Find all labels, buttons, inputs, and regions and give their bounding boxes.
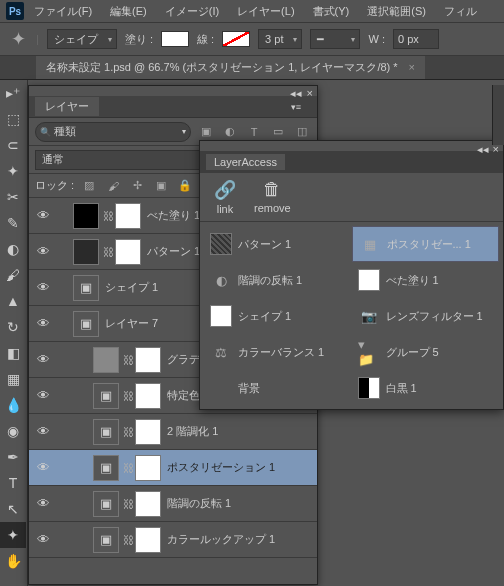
layer-filter-dropdown[interactable]: 種類 <box>35 122 191 142</box>
link-icon: ⛓ <box>101 246 115 258</box>
options-bar: ✦ | シェイプ 塗り : 線 : 3 pt ━ W : <box>0 22 504 56</box>
crop-tool[interactable]: ✂ <box>0 184 26 210</box>
document-tab[interactable]: 名称未設定 1.psd @ 66.7% (ポスタリゼーション 1, レイヤーマス… <box>36 56 425 79</box>
access-item[interactable]: ▾📁グループ 5 <box>352 334 500 370</box>
fill-label: 塗り : <box>125 32 153 47</box>
item-label: べた塗り 1 <box>386 273 439 288</box>
path-tool[interactable]: ↖ <box>0 496 26 522</box>
shape-mode-dropdown[interactable]: シェイプ <box>47 29 117 49</box>
remove-button[interactable]: 🗑remove <box>254 179 291 215</box>
layer-name: 階調の反転 1 <box>163 496 313 511</box>
lock-position-icon[interactable]: ✢ <box>128 177 146 195</box>
filter-shape-icon[interactable]: ▭ <box>269 123 287 141</box>
pen-tool[interactable]: ✒ <box>0 444 26 470</box>
stroke-width[interactable]: 3 pt <box>258 29 302 49</box>
stroke-swatch[interactable] <box>222 31 250 47</box>
lasso-tool[interactable]: ⊂ <box>0 132 26 158</box>
stamp-tool[interactable]: ▲ <box>0 288 26 314</box>
mask-thumb <box>135 455 161 481</box>
close-icon[interactable]: × <box>408 61 414 73</box>
menu-select[interactable]: 選択範囲(S) <box>359 2 434 21</box>
visibility-icon[interactable]: 👁 <box>33 388 53 403</box>
mask-thumb <box>115 239 141 265</box>
access-item[interactable]: べた塗り 1 <box>352 262 500 298</box>
item-thumb <box>210 305 232 327</box>
layer-thumb: ▣ <box>73 311 99 337</box>
tab-title: 名称未設定 1.psd @ 66.7% (ポスタリゼーション 1, レイヤーマス… <box>46 61 398 73</box>
link-icon: 🔗 <box>214 179 236 201</box>
heal-tool[interactable]: ◐ <box>0 236 26 262</box>
type-tool[interactable]: T <box>0 470 26 496</box>
shape-tool[interactable]: ✦ <box>0 522 26 548</box>
layer-row[interactable]: 👁▣⛓階調の反転 1 <box>29 486 317 522</box>
fill-swatch[interactable] <box>161 31 189 47</box>
layeraccess-panel: ◂◂× LayerAccess 🔗link 🗑remove パターン 1◐階調の… <box>199 140 504 410</box>
width-input[interactable] <box>393 29 439 49</box>
wand-tool[interactable]: ✦ <box>0 158 26 184</box>
marquee-tool[interactable]: ⬚ <box>0 106 26 132</box>
layer-thumb: ▣ <box>93 383 119 409</box>
mask-thumb <box>135 491 161 517</box>
access-item[interactable]: ▦ポスタリゼー... 1 <box>352 226 500 262</box>
layers-tab[interactable]: レイヤー <box>35 97 99 116</box>
eyedropper-tool[interactable]: ✎ <box>0 210 26 236</box>
layer-row[interactable]: 👁▣⛓ポスタリゼーション 1 <box>29 450 317 486</box>
blur-tool[interactable]: 💧 <box>0 392 26 418</box>
visibility-icon[interactable]: 👁 <box>33 244 53 259</box>
layer-row[interactable]: 👁▣⛓2 階調化 1 <box>29 414 317 450</box>
visibility-icon[interactable]: 👁 <box>33 352 53 367</box>
layer-thumb: ▣ <box>93 419 119 445</box>
visibility-icon[interactable]: 👁 <box>33 460 53 475</box>
visibility-icon[interactable]: 👁 <box>33 532 53 547</box>
filter-type-icon[interactable]: T <box>245 123 263 141</box>
link-button[interactable]: 🔗link <box>214 179 236 215</box>
visibility-icon[interactable]: 👁 <box>33 496 53 511</box>
menu-layer[interactable]: レイヤー(L) <box>229 2 302 21</box>
menu-image[interactable]: イメージ(I) <box>157 2 227 21</box>
filter-smart-icon[interactable]: ◫ <box>293 123 311 141</box>
move-tool[interactable]: ▸⁺ <box>0 80 26 106</box>
visibility-icon[interactable]: 👁 <box>33 280 53 295</box>
stroke-style[interactable]: ━ <box>310 29 360 49</box>
panel-menu-icon[interactable]: ◂◂ <box>477 143 489 149</box>
panel-menu-icon[interactable]: ▾≡ <box>281 100 311 114</box>
access-item[interactable]: シェイプ 1 <box>204 298 352 334</box>
collapsed-panel[interactable] <box>492 85 504 145</box>
hand-tool[interactable]: ✋ <box>0 548 26 574</box>
lock-artboard-icon[interactable]: ▣ <box>152 177 170 195</box>
brush-tool[interactable]: 🖌 <box>0 262 26 288</box>
visibility-icon[interactable]: 👁 <box>33 208 53 223</box>
access-item[interactable]: ⚖カラーバランス 1 <box>204 334 352 370</box>
filter-adjust-icon[interactable]: ◐ <box>221 123 239 141</box>
history-brush-tool[interactable]: ↻ <box>0 314 26 340</box>
layeraccess-tab[interactable]: LayerAccess <box>206 154 285 170</box>
access-item[interactable]: 📷レンズフィルター 1 <box>352 298 500 334</box>
panel-menu-icon[interactable]: ◂◂ <box>290 87 302 95</box>
visibility-icon[interactable]: 👁 <box>33 316 53 331</box>
lock-image-icon[interactable]: 🖌 <box>104 177 122 195</box>
eraser-tool[interactable]: ◧ <box>0 340 26 366</box>
access-item[interactable]: 白黒 1 <box>352 370 500 406</box>
dodge-tool[interactable]: ◉ <box>0 418 26 444</box>
menu-edit[interactable]: 編集(E) <box>102 2 155 21</box>
access-item[interactable]: ◐階調の反転 1 <box>204 262 352 298</box>
visibility-icon[interactable]: 👁 <box>33 424 53 439</box>
access-item[interactable]: 背景 <box>204 370 352 406</box>
item-thumb <box>358 377 380 399</box>
document-tab-bar: 名称未設定 1.psd @ 66.7% (ポスタリゼーション 1, レイヤーマス… <box>0 56 504 80</box>
close-icon[interactable]: × <box>307 87 313 95</box>
layer-thumb: ▣ <box>93 491 119 517</box>
lock-transparent-icon[interactable]: ▨ <box>80 177 98 195</box>
filter-image-icon[interactable]: ▣ <box>197 123 215 141</box>
layer-thumb: ▣ <box>93 527 119 553</box>
item-thumb <box>358 269 380 291</box>
menu-filter[interactable]: フィル <box>436 2 485 21</box>
menu-file[interactable]: ファイル(F) <box>26 2 100 21</box>
item-icon: ▦ <box>359 237 381 252</box>
menu-type[interactable]: 書式(Y) <box>305 2 358 21</box>
access-item[interactable]: パターン 1 <box>204 226 352 262</box>
link-icon: ⛓ <box>121 534 135 546</box>
gradient-tool[interactable]: ▦ <box>0 366 26 392</box>
layer-row[interactable]: 👁▣⛓カラールックアップ 1 <box>29 522 317 558</box>
lock-all-icon[interactable]: 🔒 <box>176 177 194 195</box>
